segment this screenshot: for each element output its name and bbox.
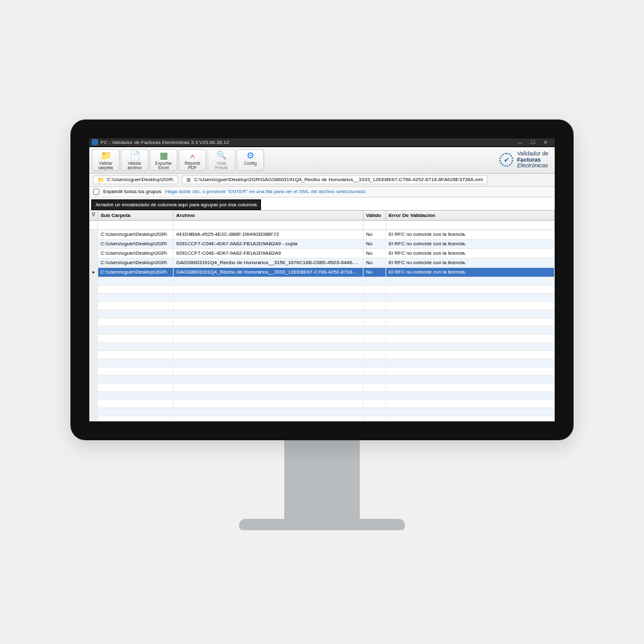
table-row[interactable]: C:\Users\cguer\Desktop\2GR\9291CCF7-C04E… <box>89 249 555 258</box>
cell-error: El RFC no coincide con la licencia. <box>386 230 555 239</box>
empty-cell <box>98 302 174 309</box>
cell-sub-carpeta: C:\Users\cguer\Desktop\2GR\ <box>98 240 174 248</box>
empty-cell <box>89 392 98 399</box>
group-by-hint: Arrastre un encabezado de columna aquí p… <box>91 199 261 210</box>
maximize-button[interactable]: ☐ <box>528 140 537 145</box>
cell-valido: No <box>364 249 386 258</box>
grid-filter-row <box>89 221 555 230</box>
window-controls: — ☐ ✕ <box>516 140 552 145</box>
cell-error: El RFC no coincide con la licencia. <box>386 249 555 258</box>
empty-cell <box>98 318 174 326</box>
pdf-icon: ⍲ <box>190 151 195 160</box>
col-valido[interactable]: Válido <box>364 211 386 220</box>
empty-cell <box>89 310 98 318</box>
empty-cell <box>386 343 555 350</box>
empty-cell <box>174 416 364 421</box>
cell-valido: No <box>364 258 386 267</box>
empty-cell <box>386 302 555 309</box>
expand-all-checkbox[interactable] <box>93 189 99 195</box>
folder-icon: 📁 <box>101 151 111 160</box>
expand-row: Expandir todos los grupos Haga doble cli… <box>89 187 555 197</box>
gear-icon: ⚙ <box>247 151 255 160</box>
preview-icon: 🔍 <box>216 151 226 160</box>
empty-cell <box>174 400 364 408</box>
cell-valido: No <box>364 268 386 277</box>
table-row[interactable]: ▸C:\Users\cguer\Desktop\2GR\GAGS8603191Q… <box>89 268 555 277</box>
empty-cell <box>386 392 555 399</box>
empty-cell <box>89 277 98 285</box>
grid-body[interactable]: C:\Users\cguer\Desktop\2GR\441D4B6A-4525… <box>89 230 555 421</box>
cell-archivo: 9291CCF7-C04E-4D67-9A82-FB1A2D9AB2A9 <box>174 249 364 258</box>
empty-cell <box>89 400 98 408</box>
monitor-screen: FC - Validador de Facturas Electrónicas … <box>89 138 555 421</box>
empty-cell <box>89 367 98 375</box>
empty-cell <box>98 343 174 350</box>
empty-cell <box>386 359 555 367</box>
col-archivo[interactable]: Archivo <box>174 211 364 220</box>
empty-row <box>89 318 555 326</box>
cell-error: El RFC no coincide con la licencia. <box>386 258 555 267</box>
empty-cell <box>98 277 174 285</box>
empty-cell <box>174 367 364 375</box>
empty-cell <box>386 294 555 301</box>
empty-cell <box>89 384 98 391</box>
empty-cell <box>174 310 364 318</box>
empty-cell <box>386 318 555 326</box>
empty-cell <box>386 367 555 375</box>
filter-valido[interactable] <box>364 221 386 230</box>
config-button[interactable]: ⚙ Config <box>236 149 264 171</box>
empty-cell <box>364 277 386 285</box>
empty-cell <box>364 375 386 383</box>
table-row[interactable]: C:\Users\cguer\Desktop\2GR\GAGS8603191Q4… <box>89 258 555 268</box>
cell-sub-carpeta: C:\Users\cguer\Desktop\2GR\ <box>98 249 174 258</box>
empty-cell <box>364 326 386 334</box>
filter-error[interactable] <box>386 221 555 230</box>
cell-valido: No <box>364 240 386 248</box>
group-by-area[interactable]: Arrastre un encabezado de columna aquí p… <box>89 197 555 210</box>
empty-cell <box>174 343 364 350</box>
tab-folder[interactable]: 📁 C:\Users\cguer\Desktop\2GR\ <box>93 175 178 184</box>
empty-cell <box>98 400 174 408</box>
filter-indicator-cell <box>89 221 98 230</box>
empty-cell <box>386 416 555 421</box>
empty-cell <box>98 335 174 342</box>
validar-carpeta-button[interactable]: 📁 Validar carpeta <box>92 149 119 171</box>
monitor-frame: FC - Validador de Facturas Electrónicas … <box>70 119 574 440</box>
col-error[interactable]: Error De Validación <box>386 211 555 220</box>
empty-row <box>89 335 555 343</box>
filter-sub-carpeta[interactable] <box>98 221 174 230</box>
col-sub-carpeta[interactable]: Sub Carpeta <box>98 211 174 220</box>
cell-archivo: GAGS8603191Q4_Recibo de Honorarios__3156… <box>174 258 364 267</box>
empty-cell <box>98 294 174 301</box>
empty-row <box>89 351 555 359</box>
table-row[interactable]: C:\Users\cguer\Desktop\2GR\9291CCF7-C04E… <box>89 240 555 249</box>
empty-cell <box>98 367 174 375</box>
empty-row <box>89 302 555 310</box>
empty-cell <box>89 343 98 350</box>
empty-row <box>89 384 555 392</box>
empty-cell <box>89 294 98 301</box>
empty-cell <box>89 326 98 334</box>
minimize-button[interactable]: — <box>516 140 525 145</box>
title-bar[interactable]: FC - Validador de Facturas Electrónicas … <box>89 138 555 147</box>
close-button[interactable]: ✕ <box>541 140 550 145</box>
filter-indicator-header[interactable]: ∇ <box>89 211 98 220</box>
empty-row <box>89 367 555 375</box>
empty-cell <box>364 400 386 408</box>
data-grid: ∇ Sub Carpeta Archivo Válido Error De Va… <box>89 210 555 421</box>
exportar-excel-button[interactable]: ▦ Exportar Excel <box>150 149 177 171</box>
empty-cell <box>89 335 98 342</box>
validar-archivo-button[interactable]: 📄 Validar archivo <box>121 149 148 171</box>
empty-cell <box>364 392 386 399</box>
seal-icon: ✔ <box>499 153 513 167</box>
file-tab-icon: 🗎 <box>186 177 192 183</box>
vista-previa-button[interactable]: 🔍 Vista Previa <box>208 149 235 171</box>
folder-tab-label: C:\Users\cguer\Desktop\2GR\ <box>107 177 174 182</box>
table-row[interactable]: C:\Users\cguer\Desktop\2GR\441D4B6A-4525… <box>89 230 555 240</box>
excel-icon: ▦ <box>160 151 168 160</box>
file-icon: 📄 <box>130 151 140 160</box>
filter-archivo[interactable] <box>174 221 364 230</box>
cell-archivo: 441D4B6A-4525-4E2C-8B8F-D64903D8BF72 <box>174 230 364 239</box>
tab-file[interactable]: 🗎 C:\Users\cguer\Desktop\2GR\GAGS8603191… <box>182 175 487 184</box>
reporte-pdf-button[interactable]: ⍲ Reporte PDF <box>179 149 206 171</box>
